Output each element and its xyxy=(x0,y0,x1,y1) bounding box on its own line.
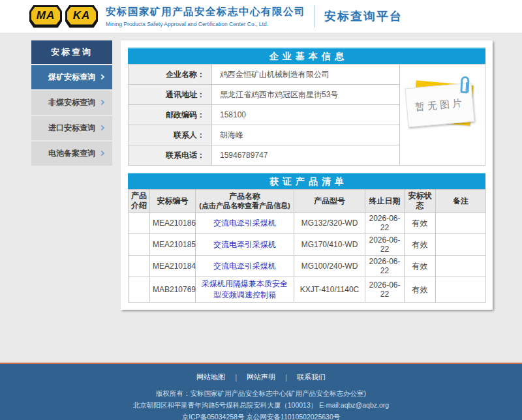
logo-badge-ka-text: KA xyxy=(67,7,96,25)
col-cert-status: 安标状态 xyxy=(405,190,436,213)
cert-number-cell: MEA210184 xyxy=(150,256,196,277)
cert-status-cell: 有效 xyxy=(405,277,436,303)
sidebar-item-battery-query[interactable]: 电池备案查询 xyxy=(31,142,112,166)
footer-address: 北京朝阳区和平里青年沟路5号煤科总院安科大厦（100013） E-mail:aq… xyxy=(0,401,522,410)
products-table: 产品介绍 安标编号 产品名称 (点击产品名称查看产品信息) 产品型号 终止日期 … xyxy=(128,189,486,303)
footer-link-sitemap[interactable]: 网站地图 xyxy=(196,373,225,381)
table-row: 企业名称： 鸡西金恒矿山机械制造有限公司 xyxy=(129,65,400,85)
note-cell xyxy=(436,256,486,277)
sidebar-item-import-query[interactable]: 进口安标查询 xyxy=(31,116,112,140)
address-label: 通讯地址： xyxy=(129,85,212,105)
sidebar-title: 安标查询 xyxy=(31,40,112,64)
sidebar-item-label: 进口安标查询 xyxy=(48,123,95,134)
sidebar-item-label: 非煤安标查询 xyxy=(48,97,95,108)
cert-status-cell: 有效 xyxy=(405,213,436,234)
cert-number-cell: MEA210185 xyxy=(150,234,196,256)
chevron-right-icon xyxy=(99,151,104,156)
expiry-date-cell: 2026-06-22 xyxy=(365,213,405,234)
chevron-right-icon xyxy=(99,74,104,80)
product-name-link[interactable]: 交流电牵引采煤机 xyxy=(213,218,276,228)
main-panel: 企业基本信息 企业名称： 鸡西金恒矿山机械制造有限公司 通讯地址： 黑龙江省鸡西… xyxy=(121,40,493,310)
table-row: 联系电话： 15946789747 xyxy=(129,145,400,166)
company-info-table: 企业名称： 鸡西金恒矿山机械制造有限公司 通讯地址： 黑龙江省鸡西市鸡冠区南星街… xyxy=(128,64,400,166)
platform-title: 安标查询平台 xyxy=(324,8,403,24)
cert-number-cell: MAB210769 xyxy=(150,277,196,303)
phone-value: 15946789747 xyxy=(212,145,400,166)
company-info-title: 企业基本信息 xyxy=(128,48,485,64)
product-intro-cell xyxy=(129,234,150,256)
product-intro-cell xyxy=(129,277,150,303)
product-name-cell: 采煤机用隔爆兼本质安全型变频调速控制箱 xyxy=(196,277,294,303)
expiry-date-cell: 2026-06-22 xyxy=(365,256,405,277)
footer-icp: 京ICP备05034258号 京公网安备11010502025630号 xyxy=(0,413,522,420)
col-product-intro: 产品介绍 xyxy=(129,190,150,213)
product-name-cell: 交流电牵引采煤机 xyxy=(196,234,294,256)
col-product-name-main: 产品名称 xyxy=(196,192,293,202)
product-name-link[interactable]: 交流电牵引采煤机 xyxy=(213,262,276,271)
table-row: 联系人： 胡海峰 xyxy=(129,125,400,145)
table-row: MAB210769 采煤机用隔爆兼本质安全型变频调速控制箱 KXJT-410/1… xyxy=(129,277,486,303)
contact-person-label: 联系人： xyxy=(129,125,212,145)
col-note: 备注 xyxy=(436,190,486,213)
product-model-cell: MG132/320-WD xyxy=(294,213,365,234)
product-model-cell: MG170/410-WD xyxy=(294,234,365,256)
expiry-date-cell: 2026-06-22 xyxy=(365,234,405,256)
maka-logo[interactable]: MA KA xyxy=(29,5,98,28)
logo-badge-ma-text: MA xyxy=(31,7,60,25)
content-layout: 安标查询 煤矿安标查询 非煤安标查询 进口安标查询 电池备案查询 企业基本信息 … xyxy=(31,40,493,310)
logo-badge-ma-icon: MA xyxy=(29,5,62,28)
col-expiry-date: 终止日期 xyxy=(365,190,405,213)
table-header-row: 产品介绍 安标编号 产品名称 (点击产品名称查看产品信息) 产品型号 终止日期 … xyxy=(129,190,486,213)
org-name-block: 安标国家矿用产品安全标志中心有限公司 Mining Products Safet… xyxy=(106,5,305,27)
chevron-right-icon xyxy=(99,100,104,105)
phone-label: 联系电话： xyxy=(129,145,212,166)
product-name-cell: 交流电牵引采煤机 xyxy=(196,256,294,277)
note-cell xyxy=(436,234,486,256)
chevron-right-icon xyxy=(99,125,104,130)
cert-status-cell: 有效 xyxy=(405,256,436,277)
products-title: 获证产品清单 xyxy=(128,173,485,189)
postcode-value: 158100 xyxy=(212,105,400,125)
products-section: 获证产品清单 产品介绍 安标编号 产品名称 (点击产品名称查看产品信息) 产品型… xyxy=(128,173,485,303)
company-info-section: 企业名称： 鸡西金恒矿山机械制造有限公司 通讯地址： 黑龙江省鸡西市鸡冠区南星街… xyxy=(128,64,485,166)
postcode-label: 邮政编码： xyxy=(129,105,212,125)
logo-badge-ka-icon: KA xyxy=(65,5,98,28)
footer-separator: ｜ xyxy=(283,373,290,381)
sidebar-item-label: 煤矿安标查询 xyxy=(48,72,95,83)
footer-link-statement[interactable]: 网站声明 xyxy=(247,373,275,381)
no-image-text: 暂无图片 xyxy=(414,97,465,113)
col-product-model: 产品型号 xyxy=(294,190,365,213)
product-intro-cell xyxy=(129,213,150,234)
table-row: 邮政编码： 158100 xyxy=(129,105,400,125)
table-row: MEA210184 交流电牵引采煤机 MG100/240-WD 2026-06-… xyxy=(129,256,486,277)
paperclip-icon xyxy=(460,76,469,94)
company-name-value: 鸡西金恒矿山机械制造有限公司 xyxy=(212,65,400,85)
table-row: 通讯地址： 黑龙江省鸡西市鸡冠区南星街53号 xyxy=(129,85,400,105)
address-value: 黑龙江省鸡西市鸡冠区南星街53号 xyxy=(212,85,400,105)
footer-copyright: 版权所有：安标国家矿用产品安全标志中心(矿用产品安全标志办公室) xyxy=(0,389,522,398)
note-cell xyxy=(436,277,486,303)
footer-links: 网站地图 ｜ 网站声明 ｜ 联系我们 xyxy=(0,372,522,382)
col-product-name: 产品名称 (点击产品名称查看产品信息) xyxy=(196,190,294,213)
product-intro-cell xyxy=(129,256,150,277)
product-name-link[interactable]: 交流电牵引采煤机 xyxy=(213,240,276,249)
footer-link-contact[interactable]: 联系我们 xyxy=(297,373,326,381)
table-row: MEA210185 交流电牵引采煤机 MG170/410-WD 2026-06-… xyxy=(129,234,486,256)
company-name-label: 企业名称： xyxy=(129,65,212,85)
table-row: MEA210186 交流电牵引采煤机 MG132/320-WD 2026-06-… xyxy=(129,213,486,234)
company-image-placeholder: 暂无图片 xyxy=(400,64,485,166)
page-footer: 网站地图 ｜ 网站声明 ｜ 联系我们 版权所有：安标国家矿用产品安全标志中心(矿… xyxy=(0,363,522,420)
cert-number-cell: MEA210186 xyxy=(150,213,196,234)
note-cell xyxy=(436,213,486,234)
product-model-cell: KXJT-410/1140C xyxy=(294,277,365,303)
expiry-date-cell: 2026-06-22 xyxy=(365,277,405,303)
org-name-en: Mining Products Safety Approval and Cert… xyxy=(106,21,305,27)
sidebar-item-noncoal-query[interactable]: 非煤安标查询 xyxy=(31,91,112,115)
org-name-cn: 安标国家矿用产品安全标志中心有限公司 xyxy=(106,5,305,19)
contact-person-value: 胡海峰 xyxy=(212,125,400,145)
sidebar-item-coal-query[interactable]: 煤矿安标查询 xyxy=(31,65,112,89)
product-name-link[interactable]: 采煤机用隔爆兼本质安全型变频调速控制箱 xyxy=(202,279,288,299)
sidebar-item-label: 电池备案查询 xyxy=(48,148,95,159)
header-divider xyxy=(315,5,315,27)
footer-separator: ｜ xyxy=(232,373,239,381)
